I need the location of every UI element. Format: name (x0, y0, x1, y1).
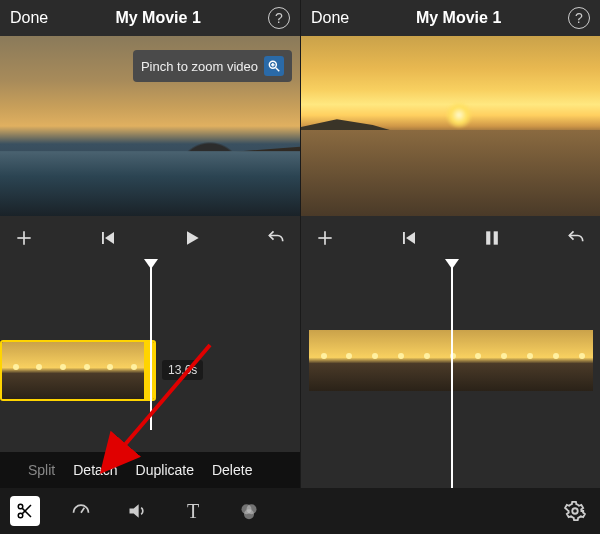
clip-thumbnail (309, 330, 335, 391)
project-title: My Movie 1 (416, 9, 501, 27)
bottom-toolbar: T (0, 488, 300, 534)
settings-button[interactable] (560, 496, 590, 526)
project-title: My Movie 1 (115, 9, 200, 27)
scissors-tool[interactable] (10, 496, 40, 526)
svg-marker-16 (130, 504, 139, 517)
add-media-button[interactable] (10, 224, 38, 252)
clip-thumbnail (567, 330, 593, 391)
svg-marker-23 (406, 232, 415, 244)
svg-point-26 (572, 508, 578, 514)
clip-thumbnail (490, 330, 516, 391)
audio-tool[interactable] (122, 496, 152, 526)
right-panel: Done My Movie 1 ? (300, 0, 600, 534)
done-button[interactable]: Done (311, 9, 349, 27)
clip-thumbnail (361, 330, 387, 391)
clip-thumbnail (2, 342, 26, 399)
filters-tool[interactable] (234, 496, 264, 526)
timeline[interactable]: 13.6s (0, 260, 300, 430)
skip-back-button[interactable] (395, 224, 423, 252)
pinch-tooltip: Pinch to zoom video (133, 50, 292, 82)
done-button[interactable]: Done (10, 9, 48, 27)
playback-controls (0, 216, 300, 260)
left-panel: Done My Movie 1 ? Pinch to zoom video (0, 0, 300, 534)
playhead[interactable] (150, 260, 152, 430)
clip-thumbnail (541, 330, 567, 391)
help-button[interactable]: ? (568, 7, 590, 29)
clip-thumbnail (412, 330, 438, 391)
clip-actions: Split Detach Duplicate Delete (0, 452, 300, 488)
pause-button[interactable] (478, 224, 506, 252)
svg-line-1 (276, 68, 280, 72)
svg-rect-25 (494, 231, 498, 244)
skip-back-button[interactable] (94, 224, 122, 252)
clip-thumbnail (97, 342, 121, 399)
undo-button[interactable] (562, 224, 590, 252)
preview-mountain (301, 115, 421, 155)
clip-thumbnail (120, 342, 144, 399)
clip-thumbnail (26, 342, 50, 399)
svg-rect-22 (403, 232, 405, 244)
help-button[interactable]: ? (268, 7, 290, 29)
svg-marker-8 (187, 231, 199, 244)
topbar: Done My Movie 1 ? (301, 0, 600, 36)
svg-line-15 (81, 508, 84, 513)
text-tool[interactable]: T (178, 496, 208, 526)
playhead[interactable] (451, 260, 453, 490)
selected-clip[interactable] (0, 340, 156, 401)
delete-action[interactable]: Delete (212, 462, 252, 478)
timeline[interactable] (301, 260, 600, 490)
speed-tool[interactable] (66, 496, 96, 526)
zoom-in-icon[interactable] (264, 56, 284, 76)
detach-action[interactable]: Detach (73, 462, 117, 478)
playback-controls (301, 216, 600, 260)
add-media-button[interactable] (311, 224, 339, 252)
clip-thumbnail (335, 330, 361, 391)
undo-button[interactable] (262, 224, 290, 252)
tooltip-text: Pinch to zoom video (141, 59, 258, 74)
split-action[interactable]: Split (28, 462, 55, 478)
video-preview[interactable]: Pinch to zoom video (0, 36, 300, 216)
clip-thumbnail (464, 330, 490, 391)
svg-point-19 (244, 509, 254, 519)
svg-rect-24 (486, 231, 490, 244)
svg-rect-6 (102, 232, 104, 244)
video-preview[interactable] (301, 36, 600, 216)
clip-trim-handle[interactable] (144, 342, 154, 399)
clip-thumbnail (386, 330, 412, 391)
clip-duration-badge: 13.6s (162, 360, 203, 380)
duplicate-action[interactable]: Duplicate (136, 462, 194, 478)
play-button[interactable] (178, 224, 206, 252)
clip-thumbnail (73, 342, 97, 399)
svg-marker-7 (105, 232, 114, 244)
bottom-toolbar (301, 488, 600, 534)
clip-thumbnail (516, 330, 542, 391)
topbar: Done My Movie 1 ? (0, 0, 300, 36)
svg-point-11 (18, 504, 23, 509)
preview-frame (301, 36, 600, 216)
clip-thumbnail (49, 342, 73, 399)
svg-point-12 (18, 513, 23, 518)
